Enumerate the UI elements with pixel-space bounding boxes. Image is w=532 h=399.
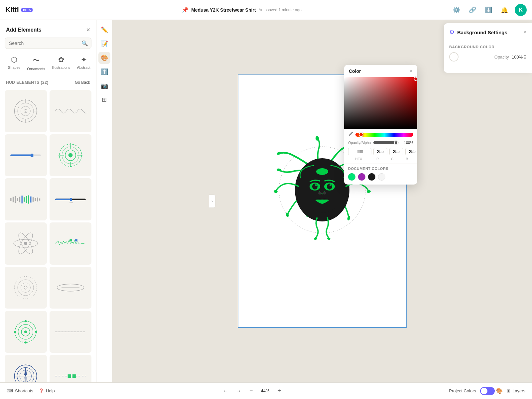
bottom-center: ← → − 44% + — [220, 386, 284, 396]
svg-rect-68 — [72, 374, 76, 378]
bottom-bar: ⌨ Shortcuts ❓ Help ← → − 44% + Project C… — [0, 382, 532, 399]
bg-opacity-number: 100% — [512, 55, 523, 60]
share-button[interactable]: 🔗 — [467, 4, 478, 16]
settings-button[interactable]: ⚙️ — [451, 4, 462, 16]
notifications-button[interactable]: 🔔 — [499, 4, 510, 16]
search-icon-button[interactable]: 🔍 — [81, 40, 88, 47]
hex-input[interactable] — [348, 148, 371, 155]
element-card-10[interactable] — [50, 267, 92, 309]
zoom-level: 44% — [258, 388, 272, 393]
bottom-left: ⌨ Shortcuts ❓ Help — [7, 388, 55, 393]
redo-button[interactable]: → — [233, 387, 244, 395]
opacity-slider-thumb — [394, 141, 398, 145]
layers-button[interactable]: ⊞ Layers — [507, 388, 525, 393]
avatar[interactable]: K — [515, 4, 527, 16]
bg-opacity-value: 100% ▲ ▼ — [512, 54, 527, 60]
svg-rect-24 — [17, 198, 18, 201]
zoom-in-button[interactable]: + — [275, 386, 284, 396]
element-card-5[interactable] — [5, 178, 47, 220]
red-input[interactable] — [373, 148, 387, 155]
element-card-3[interactable] — [5, 134, 47, 177]
opacity-alpha-label: Opacity/Alpha — [348, 141, 371, 145]
elements-grid: + — [0, 87, 96, 399]
green-input[interactable] — [389, 148, 403, 155]
svg-point-47 — [21, 283, 31, 293]
opacity-value-text: 100% — [401, 141, 413, 145]
cursor-tool[interactable]: ✏️ — [98, 24, 110, 36]
color-gradient-picker[interactable] — [344, 77, 417, 129]
svg-point-85 — [315, 184, 317, 186]
svg-point-70 — [316, 136, 319, 141]
svg-point-86 — [330, 184, 332, 186]
svg-rect-28 — [26, 196, 27, 203]
background-settings-icon: ⚙ — [449, 29, 455, 36]
eyedropper-button[interactable] — [348, 131, 353, 138]
doc-title: Medusa Y2K Streetwear Shirt — [191, 7, 256, 13]
shapes-label: Shapes — [8, 66, 20, 69]
download-button[interactable]: ⬇️ — [483, 4, 494, 16]
swatch-green[interactable] — [348, 173, 355, 181]
svg-rect-36 — [55, 199, 70, 200]
blue-input[interactable] — [405, 148, 417, 155]
bg-color-row: Opacity 100% ▲ ▼ — [449, 52, 527, 62]
tab-ornaments[interactable]: 〜 Ornaments — [24, 54, 48, 73]
abstract-label: Abstract — [77, 66, 90, 69]
collapse-panel-button[interactable]: › — [209, 195, 215, 208]
bg-color-swatch[interactable] — [449, 52, 459, 62]
close-sidebar-button[interactable]: × — [86, 26, 90, 34]
sidebar-title: Add Elements — [6, 27, 42, 33]
element-card-9[interactable] — [5, 267, 47, 309]
header-left: Kittl BETA — [5, 6, 33, 14]
svg-rect-31 — [33, 197, 34, 201]
layers-label: Layers — [512, 388, 525, 393]
toggle-group: 🎨 — [480, 387, 503, 395]
tab-shapes[interactable]: ⬡ Shapes — [5, 54, 24, 73]
upload-tool[interactable]: ⬆️ — [98, 66, 110, 78]
project-colors-toggle[interactable] — [480, 387, 495, 395]
color-palette-button[interactable]: 🎨 — [496, 388, 503, 394]
zoom-out-button[interactable]: − — [247, 386, 256, 396]
swatch-purple[interactable] — [358, 173, 365, 181]
bg-color-section: BACKGROUND COLOR Opacity 100% ▲ ▼ — [444, 40, 532, 66]
color-picker-popup: Color × Opacity/Alpha 100% HEX R — [344, 65, 417, 185]
elements-tool[interactable]: 🎨 — [98, 52, 110, 64]
grid-tool[interactable]: ⊞ — [98, 94, 110, 106]
element-card-12[interactable] — [50, 311, 92, 353]
hue-slider[interactable] — [355, 133, 413, 137]
swatch-white[interactable] — [378, 173, 385, 181]
element-card-2[interactable] — [50, 90, 92, 132]
tab-illustrations[interactable]: ✿ Illustrations — [49, 54, 74, 73]
element-card-8[interactable] — [50, 222, 92, 265]
photo-tool[interactable]: 📷 — [98, 80, 110, 92]
svg-point-88 — [323, 192, 326, 195]
bg-settings-title-row: ⚙ Background Settings — [449, 29, 507, 36]
go-back-button[interactable]: Go Back — [75, 80, 90, 85]
swatch-dark[interactable] — [368, 173, 375, 181]
svg-point-89 — [314, 237, 318, 240]
bg-settings-close-button[interactable]: × — [523, 29, 527, 36]
shortcuts-button[interactable]: ⌨ Shortcuts — [7, 388, 33, 393]
opacity-stepper[interactable]: ▲ ▼ — [523, 54, 527, 60]
svg-point-91 — [273, 190, 278, 193]
svg-point-87 — [318, 192, 322, 195]
element-card-7[interactable] — [5, 222, 47, 265]
background-settings-title: Background Settings — [457, 30, 507, 35]
section-title: HUD ELEMENTS (22) — [6, 80, 49, 85]
search-input[interactable] — [5, 38, 91, 49]
color-picker-close-button[interactable]: × — [410, 68, 413, 74]
svg-rect-12 — [31, 154, 33, 157]
shortcuts-label: Shortcuts — [15, 388, 33, 393]
element-card-11[interactable] — [5, 311, 47, 353]
element-card-1[interactable]: + — [5, 90, 47, 132]
element-card-4[interactable] — [50, 134, 92, 177]
help-button[interactable]: ❓ Help — [39, 388, 55, 393]
document-colors-title: DOCUMENT COLORS — [348, 167, 413, 171]
undo-button[interactable]: ← — [220, 387, 231, 395]
opacity-slider[interactable] — [373, 141, 399, 144]
svg-rect-21 — [10, 198, 11, 200]
sidebar-header: Add Elements × — [0, 20, 96, 38]
project-colors-label: Project Colors — [449, 388, 476, 393]
element-card-6[interactable]: 50% — [50, 178, 92, 220]
text-tool[interactable]: 📝 — [98, 38, 110, 50]
tab-abstract[interactable]: ✦ Abstract — [73, 54, 93, 73]
